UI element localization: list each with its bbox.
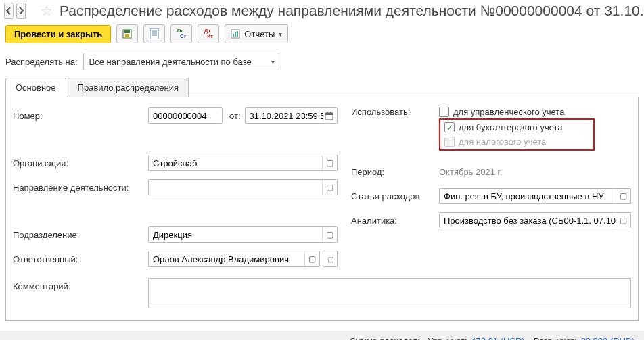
chk-tax	[444, 137, 455, 147]
date-input[interactable]	[245, 107, 338, 124]
distribute-value: Все направления деятельности по базе	[89, 57, 252, 67]
analytics-input[interactable]: ▢	[439, 212, 631, 228]
responsible-more-button[interactable]: ▢	[323, 251, 338, 267]
arrow-right-icon	[17, 7, 25, 15]
chk-acct[interactable]: ✓	[444, 122, 455, 132]
open-icon: ▢	[326, 158, 334, 168]
activity-label: Направление деятельности:	[13, 183, 148, 193]
chk-mgmt-label: для управленческого учета	[453, 107, 564, 117]
open-icon: ▢	[326, 230, 334, 239]
expense-label: Статья расходов:	[351, 191, 439, 201]
activity-input[interactable]: ▢	[148, 179, 338, 195]
report-icon	[231, 29, 240, 39]
page-title: Распределение расходов между направления…	[60, 3, 644, 19]
mgmt-label: Упр. учет:	[428, 336, 467, 340]
arrow-left-icon	[5, 7, 13, 15]
mgmt-value-link[interactable]: 473,91 (USD)	[471, 336, 524, 340]
svg-rect-1	[124, 30, 130, 33]
distribute-label: Распределять на:	[5, 57, 78, 67]
period-label: Период:	[351, 167, 439, 177]
open-icon: ▢	[327, 256, 334, 263]
highlight-box: ✓ для бухгалтерского учета для налоговог…	[439, 118, 595, 151]
post-button[interactable]	[143, 24, 165, 43]
svg-rect-9	[235, 32, 236, 37]
org-open-button[interactable]: ▢	[322, 155, 337, 170]
dtkt-button[interactable]: Дт Кт	[198, 24, 219, 43]
svg-rect-8	[233, 34, 234, 37]
chk-tax-label: для налогового учета	[459, 137, 546, 147]
activity-open-button[interactable]: ▢	[322, 180, 337, 195]
number-input[interactable]	[148, 107, 223, 124]
tab-main[interactable]: Основное	[5, 78, 66, 97]
calendar-button[interactable]	[323, 108, 336, 123]
form-main-panel: Номер: от:	[5, 97, 639, 321]
open-icon: ▢	[326, 183, 334, 192]
reports-label: Отчеты	[244, 29, 275, 39]
reg-value-link[interactable]: 30 000 (RUB)	[581, 336, 635, 340]
svg-rect-12	[325, 113, 333, 115]
dept-open-button[interactable]: ▢	[322, 227, 337, 242]
dept-input[interactable]: ▢	[148, 226, 338, 243]
post-and-close-button[interactable]: Провести и закрыть	[5, 25, 111, 43]
save-button[interactable]	[116, 24, 138, 43]
svg-rect-3	[150, 28, 158, 39]
from-label: от:	[229, 111, 241, 121]
distribute-select[interactable]: Все направления деятельности по базе ▾	[83, 53, 279, 70]
dept-label: Подразделение:	[13, 230, 148, 240]
org-label: Организация:	[13, 158, 148, 168]
chk-acct-label: для бухгалтерского учета	[459, 122, 563, 132]
comment-label: Комментарий:	[13, 278, 148, 291]
org-input[interactable]: ▢	[148, 155, 338, 171]
responsible-input[interactable]: ▢	[148, 251, 320, 267]
responsible-label: Ответственный:	[13, 254, 148, 264]
reports-dropdown[interactable]: Отчеты ▾	[225, 24, 288, 43]
drcr-button[interactable]: Dr Cr	[170, 24, 192, 43]
period-value: Октябрь 2021 г.	[439, 167, 502, 177]
favorite-star-icon[interactable]: ☆	[41, 3, 53, 19]
chk-mgmt[interactable]	[439, 107, 449, 117]
chevron-down-icon: ▾	[279, 30, 282, 38]
calendar-icon	[325, 112, 334, 120]
chevron-down-icon: ▾	[271, 58, 275, 66]
dtkt-icon: Дт Кт	[204, 28, 213, 39]
expense-input[interactable]: ▢	[439, 188, 631, 204]
tab-rule[interactable]: Правило распределения	[68, 78, 189, 97]
drcr-icon: Dr Cr	[177, 28, 186, 39]
open-icon: ▢	[620, 191, 627, 201]
svg-rect-2	[125, 34, 129, 37]
analytics-label: Аналитика:	[351, 216, 439, 226]
save-icon	[122, 28, 133, 39]
svg-rect-10	[237, 31, 238, 37]
responsible-open-button[interactable]: ▢	[304, 251, 319, 266]
reg-label: Регл. учет:	[534, 336, 577, 340]
document-icon	[150, 28, 159, 39]
open-icon: ▢	[308, 254, 316, 264]
expense-open-button[interactable]: ▢	[616, 189, 630, 203]
nav-back-button[interactable]	[4, 3, 14, 19]
footer-summary: Сумма расходов: Упр. учет: 473,91 (USD) …	[0, 331, 644, 340]
sum-label: Сумма расходов:	[350, 336, 420, 340]
analytics-open-button[interactable]: ▢	[616, 213, 630, 228]
comment-input[interactable]	[148, 278, 631, 308]
use-label: Использовать:	[351, 107, 439, 117]
number-label: Номер:	[13, 111, 148, 121]
nav-forward-button[interactable]	[16, 3, 26, 19]
open-icon: ▢	[620, 216, 627, 225]
